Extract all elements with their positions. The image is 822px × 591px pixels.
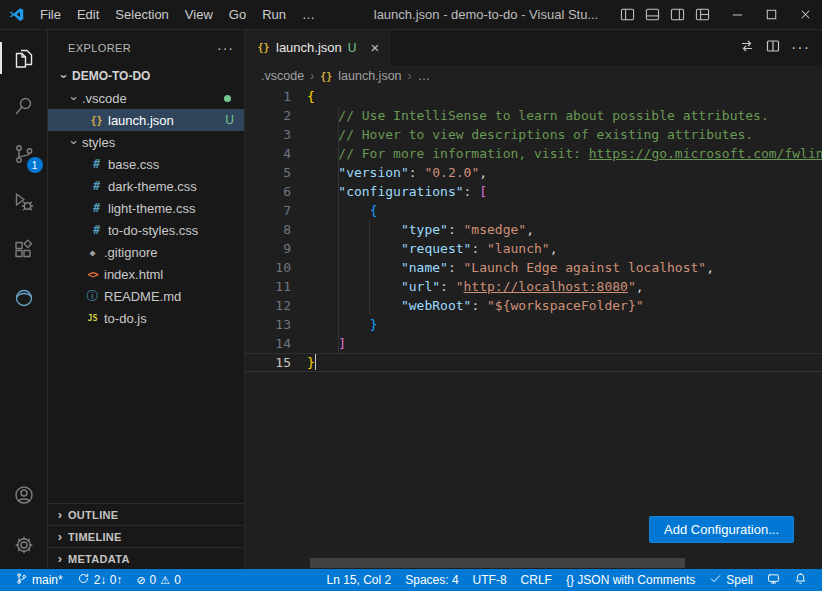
chevron-down-icon: ›: [57, 68, 72, 84]
toggle-sidebar-icon[interactable]: [616, 3, 639, 26]
tree-folder-styles[interactable]: ›styles: [48, 131, 244, 153]
maximize-button[interactable]: [754, 0, 788, 29]
code-line[interactable]: 3 // Hover to view descriptions of exist…: [245, 125, 822, 144]
breadcrumb-item[interactable]: launch.json: [338, 69, 401, 83]
code-line[interactable]: 13 }: [245, 315, 822, 334]
json-file-icon: {}: [255, 42, 272, 53]
tab-close-icon[interactable]: ×: [370, 39, 379, 56]
tree-file-README.md[interactable]: ⓘREADME.md: [48, 285, 244, 307]
toggle-panel-icon[interactable]: [641, 3, 664, 26]
line-number: 2: [245, 106, 291, 125]
status-text: Ln 15, Col 2: [327, 573, 392, 587]
customize-layout-icon[interactable]: [691, 3, 714, 26]
status-spell-checker[interactable]: Spell: [704, 569, 758, 591]
open-changes-icon[interactable]: [739, 38, 755, 58]
explorer-icon[interactable]: [0, 34, 48, 82]
account-icon[interactable]: [0, 471, 48, 519]
tree-file-to-do.js[interactable]: JSto-do.js: [48, 307, 244, 329]
breadcrumb-item[interactable]: …: [418, 69, 431, 83]
code-line[interactable]: 9 "request": "launch",: [245, 239, 822, 258]
tree-file-index.html[interactable]: <>index.html: [48, 263, 244, 285]
code-line[interactable]: 7 {: [245, 201, 822, 220]
tree-item-label: index.html: [104, 267, 163, 282]
tree-file-base.css[interactable]: #base.css: [48, 153, 244, 175]
info-file-icon: ⓘ: [84, 288, 101, 305]
code-line[interactable]: 5 "version": "0.2.0",: [245, 163, 822, 182]
code-line[interactable]: 8 "type": "msedge",: [245, 220, 822, 239]
run-and-debug-icon[interactable]: [0, 178, 48, 226]
chevron-right-icon: ›: [52, 551, 68, 566]
tree-item-label: .vscode: [82, 91, 127, 106]
code-line[interactable]: 6 "configurations": [: [245, 182, 822, 201]
tab-launch-json[interactable]: {} launch.json U ×: [245, 30, 390, 65]
tree-file-dark-theme.css[interactable]: #dark-theme.css: [48, 175, 244, 197]
extensions-icon[interactable]: [0, 226, 48, 274]
add-configuration-button[interactable]: Add Configuration...: [649, 516, 794, 543]
menu-…[interactable]: …: [294, 5, 323, 24]
explorer-more-actions-icon[interactable]: ···: [217, 40, 234, 56]
breadcrumb-separator: ›: [310, 69, 314, 83]
breadcrumb-item[interactable]: .vscode: [261, 69, 304, 83]
status-problems[interactable]: ⊘0⚠0: [131, 569, 185, 591]
menu-view[interactable]: View: [177, 5, 221, 24]
search-icon[interactable]: [0, 82, 48, 130]
code-line[interactable]: 14 ]: [245, 334, 822, 353]
tree-folder-.vscode[interactable]: ›.vscode: [48, 87, 244, 109]
line-content: // Hover to view descriptions of existin…: [291, 125, 753, 144]
panel-timeline[interactable]: ›TIMELINE: [48, 525, 244, 547]
menu-file[interactable]: File: [32, 5, 69, 24]
css-file-icon: #: [88, 179, 105, 193]
more-actions-icon[interactable]: ···: [791, 39, 810, 57]
tree-file-.gitignore[interactable]: ◆.gitignore: [48, 241, 244, 263]
minimize-button[interactable]: [720, 0, 754, 29]
tab-bar: {} launch.json U × ···: [245, 30, 822, 65]
status-remote-indicator[interactable]: [762, 569, 785, 591]
screen-icon: [767, 572, 780, 588]
tree-root-folder[interactable]: › DEMO-TO-DO: [48, 65, 244, 87]
panel-metadata[interactable]: ›METADATA: [48, 547, 244, 569]
status-indentation[interactable]: Spaces: 4: [400, 569, 463, 591]
tree-file-to-do-styles.css[interactable]: #to-do-styles.css: [48, 219, 244, 241]
status-cursor-position[interactable]: Ln 15, Col 2: [322, 569, 397, 591]
edge-devtools-icon[interactable]: [0, 274, 48, 322]
horizontal-scrollbar[interactable]: [310, 558, 685, 568]
tree-item-label: to-do-styles.css: [108, 223, 198, 238]
status-git-branch[interactable]: main*: [10, 569, 68, 591]
tree-item-label: styles: [82, 135, 115, 150]
code-line[interactable]: 1{: [245, 87, 822, 106]
menu-run[interactable]: Run: [254, 5, 294, 24]
status-notifications[interactable]: [789, 569, 812, 591]
menu-edit[interactable]: Edit: [69, 5, 107, 24]
editor-actions: ···: [739, 30, 822, 65]
line-content: "configurations": [: [291, 182, 487, 201]
tree-item-label: light-theme.css: [108, 201, 195, 216]
error-icon: ⊘: [136, 574, 145, 587]
menu-selection[interactable]: Selection: [107, 5, 176, 24]
warning-icon: ⚠: [160, 574, 170, 587]
code-line[interactable]: 12 "webRoot": "${workspaceFolder}": [245, 296, 822, 315]
sidebar-title: EXPLORER: [68, 42, 131, 54]
panel-outline[interactable]: ›OUTLINE: [48, 503, 244, 525]
code-line[interactable]: 15}: [245, 353, 822, 372]
split-editor-icon[interactable]: [765, 38, 781, 58]
code-line[interactable]: 2 // Use IntelliSense to learn about pos…: [245, 106, 822, 125]
branch-icon: [15, 572, 28, 588]
settings-gear-icon[interactable]: [0, 521, 48, 569]
toggle-secondary-sidebar-icon[interactable]: [666, 3, 689, 26]
tree-file-launch.json[interactable]: {}launch.jsonU: [48, 109, 244, 131]
status-encoding[interactable]: UTF-8: [468, 569, 512, 591]
code-line[interactable]: 11 "url": "http://localhost:8080",: [245, 277, 822, 296]
code-line[interactable]: 10 "name": "Launch Edge against localhos…: [245, 258, 822, 277]
tree-item-label: README.md: [104, 289, 181, 304]
menu-go[interactable]: Go: [221, 5, 254, 24]
status-language-mode[interactable]: {} JSON with Comments: [561, 569, 700, 591]
source-control-icon[interactable]: 1: [0, 130, 48, 178]
code-editor[interactable]: 1{2 // Use IntelliSense to learn about p…: [245, 87, 822, 569]
status-text: {} JSON with Comments: [566, 573, 695, 587]
tree-file-light-theme.css[interactable]: #light-theme.css: [48, 197, 244, 219]
close-button[interactable]: [788, 0, 822, 29]
code-line[interactable]: 4 // For more information, visit: https:…: [245, 144, 822, 163]
status-end-of-line[interactable]: CRLF: [516, 569, 557, 591]
breadcrumbs[interactable]: .vscode›{}launch.json›…: [245, 65, 822, 87]
status-git-sync[interactable]: 2↓ 0↑: [72, 569, 128, 591]
